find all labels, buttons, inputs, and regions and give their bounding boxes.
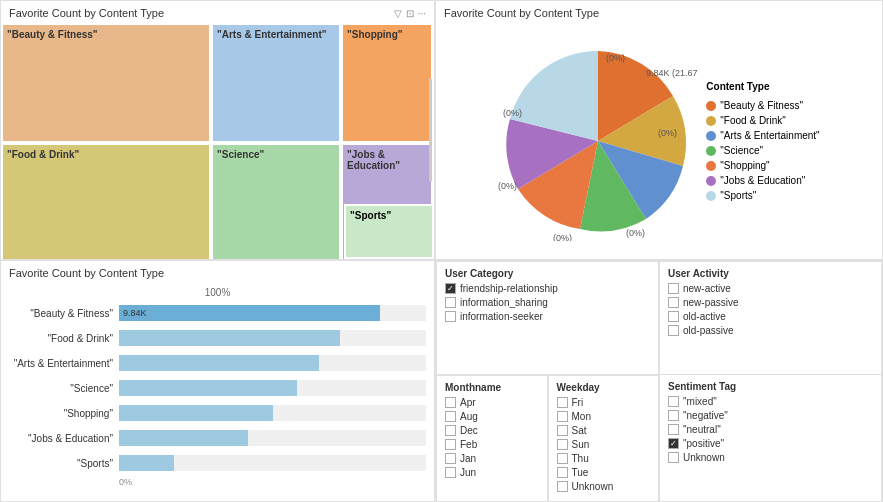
checkbox-apr[interactable]: [445, 397, 456, 408]
pie-label-value: 9.84K (21.67%): [646, 68, 698, 78]
filter-item-positive[interactable]: ✓ "positive": [668, 438, 873, 449]
filter-label-old-active: old-active: [683, 311, 726, 322]
bar-row-beauty: "Beauty & Fitness" 9.84K: [9, 302, 426, 324]
pie-label-0pct-3: (0%): [626, 228, 645, 238]
checkbox-sharing[interactable]: [445, 297, 456, 308]
legend-dot-shopping: [706, 161, 716, 171]
pie-header: Favorite Count by Content Type: [436, 1, 882, 23]
filter-label-new-active: new-active: [683, 283, 731, 294]
filter-label-negative: "negative": [683, 410, 728, 421]
filter-item-new-passive[interactable]: new-passive: [668, 297, 873, 308]
checkbox-old-active[interactable]: [668, 311, 679, 322]
filter-item-mixed[interactable]: "mixed": [668, 396, 873, 407]
treemap-cell-shopping[interactable]: "Shopping": [341, 23, 431, 143]
checkbox-sun[interactable]: [557, 439, 568, 450]
scroll-indicator: [429, 78, 432, 181]
filter-item-fri[interactable]: Fri: [557, 397, 651, 408]
treemap-label-shopping: "Shopping": [347, 29, 403, 40]
filter-item-apr[interactable]: Apr: [445, 397, 539, 408]
filter-item-dec[interactable]: Dec: [445, 425, 539, 436]
filter-item-tue[interactable]: Tue: [557, 467, 651, 478]
treemap-cell-sports[interactable]: "Sports": [344, 204, 434, 259]
checkbox-friendship[interactable]: ✓: [445, 283, 456, 294]
checkbox-old-passive[interactable]: [668, 325, 679, 336]
filter-item-neutral[interactable]: "neutral": [668, 424, 873, 435]
filter-item-aug[interactable]: Aug: [445, 411, 539, 422]
filter-item-old-passive[interactable]: old-passive: [668, 325, 873, 336]
checkbox-new-passive[interactable]: [668, 297, 679, 308]
filter-icon[interactable]: ▽: [394, 8, 402, 19]
monthname-title: Monthname: [445, 382, 539, 393]
checkbox-unknown-wd[interactable]: [557, 481, 568, 492]
bar-fill-sports: [119, 455, 174, 471]
filter-label-new-passive: new-passive: [683, 297, 739, 308]
legend-dot-beauty: [706, 101, 716, 111]
legend-dot-jobs: [706, 176, 716, 186]
filter-item-jan[interactable]: Jan: [445, 453, 539, 464]
bar-fill-science: [119, 380, 297, 396]
legend-label-food: "Food & Drink": [720, 115, 785, 126]
filter-item-mon[interactable]: Mon: [557, 411, 651, 422]
checkbox-tue[interactable]: [557, 467, 568, 478]
treemap-cell-beauty[interactable]: "Beauty & Fitness": [1, 23, 211, 143]
checkbox-fri[interactable]: [557, 397, 568, 408]
filter-item-negative[interactable]: "negative": [668, 410, 873, 421]
bar-title: Favorite Count by Content Type: [9, 267, 164, 279]
bar-track-jobs: [119, 430, 426, 446]
bar-track-science: [119, 380, 426, 396]
legend-dot-sports: [706, 191, 716, 201]
legend-dot-arts: [706, 131, 716, 141]
filter-item-feb[interactable]: Feb: [445, 439, 539, 450]
checkbox-unknown-sent[interactable]: [668, 452, 679, 463]
pie-panel: Favorite Count by Content Type: [435, 0, 883, 260]
legend-label-shopping: "Shopping": [720, 160, 769, 171]
pie-label-0pct-5: (0%): [498, 181, 517, 191]
dashboard: Favorite Count by Content Type ▽ ⊡ ··· "…: [0, 0, 883, 502]
pie-svg: 9.84K (21.67%) (0%) (0%) (0%) (0%) (0%) …: [498, 41, 698, 241]
checkbox-negative[interactable]: [668, 410, 679, 421]
expand-icon[interactable]: ⊡: [406, 8, 414, 19]
treemap-cell-food[interactable]: "Food & Drink": [1, 143, 211, 260]
filter-item-sharing[interactable]: information_sharing: [445, 297, 650, 308]
treemap-title: Favorite Count by Content Type: [9, 7, 164, 19]
checkbox-mixed[interactable]: [668, 396, 679, 407]
bar-row-arts: "Arts & Entertainment": [9, 352, 426, 374]
filter-item-new-active[interactable]: new-active: [668, 283, 873, 294]
checkbox-aug[interactable]: [445, 411, 456, 422]
treemap-cell-science[interactable]: "Science": [211, 143, 341, 260]
treemap-cell-arts[interactable]: "Arts & Entertainment": [211, 23, 341, 143]
checkbox-dec[interactable]: [445, 425, 456, 436]
filter-label-seeker: information-seeker: [460, 311, 543, 322]
filter-item-sat[interactable]: Sat: [557, 425, 651, 436]
filter-label-jun: Jun: [460, 467, 476, 478]
checkbox-new-active[interactable]: [668, 283, 679, 294]
bar-label-arts: "Arts & Entertainment": [9, 358, 119, 369]
filter-item-sun[interactable]: Sun: [557, 439, 651, 450]
filter-item-thu[interactable]: Thu: [557, 453, 651, 464]
filter-item-jun[interactable]: Jun: [445, 467, 539, 478]
checkbox-jan[interactable]: [445, 453, 456, 464]
bar-fill-arts: [119, 355, 319, 371]
checkbox-neutral[interactable]: [668, 424, 679, 435]
bar-100pct: 100%: [9, 287, 426, 298]
filter-item-unknown-wd[interactable]: Unknown: [557, 481, 651, 492]
bar-row-food: "Food & Drink": [9, 327, 426, 349]
filter-item-friendship[interactable]: ✓ friendship-relationship: [445, 283, 650, 294]
filter-item-old-active[interactable]: old-active: [668, 311, 873, 322]
checkbox-positive[interactable]: ✓: [668, 438, 679, 449]
bar-row-science: "Science": [9, 377, 426, 399]
bar-0pct: 0%: [119, 477, 132, 487]
filter-item-seeker[interactable]: information-seeker: [445, 311, 650, 322]
checkbox-seeker[interactable]: [445, 311, 456, 322]
treemap-label-sports: "Sports": [350, 210, 391, 221]
checkbox-feb[interactable]: [445, 439, 456, 450]
checkbox-sat[interactable]: [557, 425, 568, 436]
pie-label-0pct-6: (0%): [503, 108, 522, 118]
checkbox-mon[interactable]: [557, 411, 568, 422]
treemap-icons: ▽ ⊡ ···: [394, 8, 426, 19]
filter-item-unknown-sent[interactable]: Unknown: [668, 452, 873, 463]
more-icon[interactable]: ···: [418, 8, 426, 19]
checkbox-thu[interactable]: [557, 453, 568, 464]
checkbox-jun[interactable]: [445, 467, 456, 478]
filter-label-tue: Tue: [572, 467, 589, 478]
